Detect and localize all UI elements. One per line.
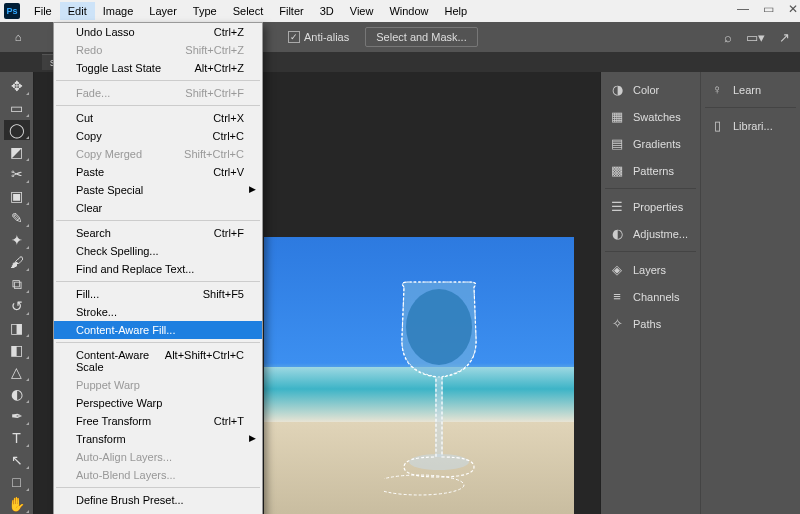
tool-lasso[interactable]: ◯ bbox=[4, 120, 30, 140]
tool-history[interactable]: ↺ bbox=[4, 296, 30, 316]
panel-icon: ▤ bbox=[609, 136, 625, 151]
tool-eyedropper[interactable]: ✎ bbox=[4, 208, 30, 228]
panel-adjustme[interactable]: ◐Adjustme... bbox=[605, 220, 696, 247]
menu-image[interactable]: Image bbox=[95, 2, 142, 20]
antialias-label: Anti-alias bbox=[304, 31, 349, 43]
tool-frame[interactable]: ▣ bbox=[4, 186, 30, 206]
panel-learn[interactable]: ♀Learn bbox=[705, 76, 796, 103]
panel-paths[interactable]: ✧Paths bbox=[605, 310, 696, 337]
panel-patterns[interactable]: ▩Patterns bbox=[605, 157, 696, 184]
panel-label: Learn bbox=[733, 84, 761, 96]
tool-eraser[interactable]: ◨ bbox=[4, 318, 30, 338]
minimize-button[interactable]: — bbox=[737, 2, 749, 16]
menu-item-stroke[interactable]: Stroke... bbox=[54, 303, 262, 321]
menu-item-transform[interactable]: Transform▶ bbox=[54, 430, 262, 448]
tool-path[interactable]: ↖ bbox=[4, 450, 30, 470]
panel-layers[interactable]: ◈Layers bbox=[605, 256, 696, 283]
menu-item-content-aware-scale[interactable]: Content-Aware ScaleAlt+Shift+Ctrl+C bbox=[54, 346, 262, 376]
menu-item-paste[interactable]: PasteCtrl+V bbox=[54, 163, 262, 181]
menu-item-clear[interactable]: Clear bbox=[54, 199, 262, 217]
menubar: Ps FileEditImageLayerTypeSelectFilter3DV… bbox=[0, 0, 800, 22]
tool-move[interactable]: ✥ bbox=[4, 76, 30, 96]
menu-window[interactable]: Window bbox=[381, 2, 436, 20]
menu-help[interactable]: Help bbox=[437, 2, 476, 20]
panel-gradients[interactable]: ▤Gradients bbox=[605, 130, 696, 157]
menu-view[interactable]: View bbox=[342, 2, 382, 20]
menu-item-cut[interactable]: CutCtrl+X bbox=[54, 109, 262, 127]
panel-channels[interactable]: ≡Channels bbox=[605, 283, 696, 310]
tool-hand[interactable]: ✋ bbox=[4, 494, 30, 514]
menu-item-puppet-warp: Puppet Warp bbox=[54, 376, 262, 394]
panel-label: Librari... bbox=[733, 120, 773, 132]
panel-color[interactable]: ◑Color bbox=[605, 76, 696, 103]
menu-type[interactable]: Type bbox=[185, 2, 225, 20]
search-icon[interactable]: ⌕ bbox=[724, 30, 732, 45]
menu-item-auto-blend-layers: Auto-Blend Layers... bbox=[54, 466, 262, 484]
panel-label: Properties bbox=[633, 201, 683, 213]
right-panels: ◑Color▦Swatches▤Gradients▩Patterns☰Prope… bbox=[600, 72, 800, 514]
menu-filter[interactable]: Filter bbox=[271, 2, 311, 20]
tool-brush[interactable]: 🖌 bbox=[4, 252, 30, 272]
menu-item-check-spelling[interactable]: Check Spelling... bbox=[54, 242, 262, 260]
tool-dodge[interactable]: ◐ bbox=[4, 384, 30, 404]
close-button[interactable]: ✕ bbox=[788, 2, 798, 16]
panel-icon: ◑ bbox=[609, 82, 625, 97]
select-and-mask-button[interactable]: Select and Mask... bbox=[365, 27, 478, 47]
menu-item-undo-lasso[interactable]: Undo LassoCtrl+Z bbox=[54, 23, 262, 41]
panel-label: Paths bbox=[633, 318, 661, 330]
panel-properties[interactable]: ☰Properties bbox=[605, 193, 696, 220]
menu-item-define-pattern: Define Pattern... bbox=[54, 509, 262, 514]
panel-icon: ☰ bbox=[609, 199, 625, 214]
panel-label: Adjustme... bbox=[633, 228, 688, 240]
panel-label: Swatches bbox=[633, 111, 681, 123]
menu-file[interactable]: File bbox=[26, 2, 60, 20]
tool-type[interactable]: T bbox=[4, 428, 30, 448]
menu-item-define-brush-preset[interactable]: Define Brush Preset... bbox=[54, 491, 262, 509]
menu-item-perspective-warp[interactable]: Perspective Warp bbox=[54, 394, 262, 412]
menu-item-redo: RedoShift+Ctrl+Z bbox=[54, 41, 262, 59]
panel-icon: ▯ bbox=[709, 118, 725, 133]
tools-panel: ✥▭◯◩✂▣✎✦🖌⧉↺◨◧△◐✒T↖□✋ bbox=[0, 72, 34, 514]
tool-shape[interactable]: □ bbox=[4, 472, 30, 492]
tool-pen[interactable]: ✒ bbox=[4, 406, 30, 426]
tool-object-select[interactable]: ◩ bbox=[4, 142, 30, 162]
menu-item-find-and-replace-text[interactable]: Find and Replace Text... bbox=[54, 260, 262, 278]
tool-gradient[interactable]: ◧ bbox=[4, 340, 30, 360]
menu-item-search[interactable]: SearchCtrl+F bbox=[54, 224, 262, 242]
panel-label: Channels bbox=[633, 291, 679, 303]
panel-icon: ✧ bbox=[609, 316, 625, 331]
svg-point-3 bbox=[384, 475, 464, 495]
tool-clone[interactable]: ⧉ bbox=[4, 274, 30, 294]
antialias-checkbox[interactable]: ✓ bbox=[288, 31, 300, 43]
panel-label: Color bbox=[633, 84, 659, 96]
menu-item-free-transform[interactable]: Free TransformCtrl+T bbox=[54, 412, 262, 430]
panel-icon: ▩ bbox=[609, 163, 625, 178]
panel-label: Gradients bbox=[633, 138, 681, 150]
tool-blur[interactable]: △ bbox=[4, 362, 30, 382]
menu-item-fill[interactable]: Fill...Shift+F5 bbox=[54, 285, 262, 303]
menu-edit[interactable]: Edit bbox=[60, 2, 95, 20]
panel-icon: ▦ bbox=[609, 109, 625, 124]
share-icon[interactable]: ↗ bbox=[779, 30, 790, 45]
menu-item-paste-special[interactable]: Paste Special▶ bbox=[54, 181, 262, 199]
menu-item-content-aware-fill[interactable]: Content-Aware Fill... bbox=[54, 321, 262, 339]
menu-select[interactable]: Select bbox=[225, 2, 272, 20]
panel-librari[interactable]: ▯Librari... bbox=[705, 112, 796, 139]
panel-swatches[interactable]: ▦Swatches bbox=[605, 103, 696, 130]
tool-marquee[interactable]: ▭ bbox=[4, 98, 30, 118]
tool-crop[interactable]: ✂ bbox=[4, 164, 30, 184]
menu-item-toggle-last-state[interactable]: Toggle Last StateAlt+Ctrl+Z bbox=[54, 59, 262, 77]
workspace-switcher[interactable]: ▭▾ bbox=[746, 30, 765, 45]
menu-item-fade: Fade...Shift+Ctrl+F bbox=[54, 84, 262, 102]
home-icon[interactable]: ⌂ bbox=[8, 27, 28, 47]
panel-icon: ≡ bbox=[609, 289, 625, 304]
svg-point-0 bbox=[406, 289, 472, 365]
menu-item-copy[interactable]: CopyCtrl+C bbox=[54, 127, 262, 145]
menu-3d[interactable]: 3D bbox=[312, 2, 342, 20]
maximize-button[interactable]: ▭ bbox=[763, 2, 774, 16]
tool-spot-heal[interactable]: ✦ bbox=[4, 230, 30, 250]
menu-layer[interactable]: Layer bbox=[141, 2, 185, 20]
edit-menu-dropdown: Undo LassoCtrl+ZRedoShift+Ctrl+ZToggle L… bbox=[53, 22, 263, 514]
wine-glass-selection bbox=[384, 277, 494, 497]
window-controls: — ▭ ✕ bbox=[737, 2, 798, 16]
